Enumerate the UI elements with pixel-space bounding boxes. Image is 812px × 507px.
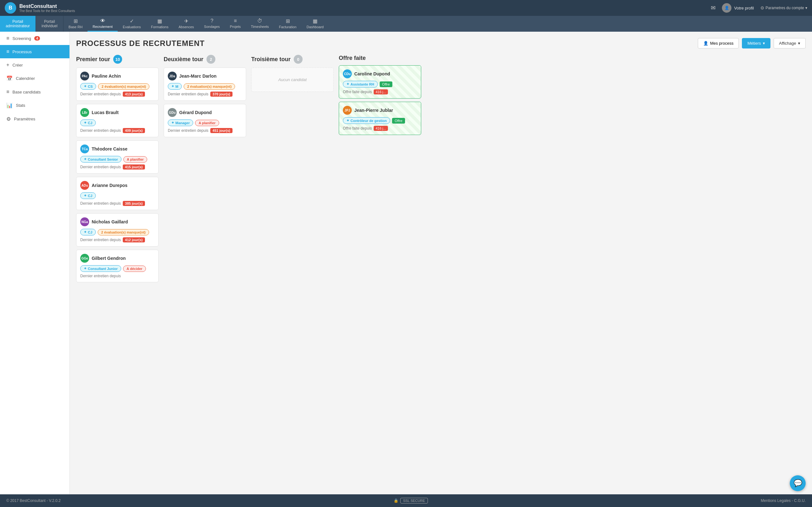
card-pauline-achin[interactable]: PAc Pauline Achin ✦ CS 2 évaluation(s) m… [76, 67, 159, 101]
dashboard-icon: ▦ [313, 18, 317, 24]
nav-formations[interactable]: ▦ Formations [146, 16, 173, 32]
gear-icon: ⚙ [760, 5, 764, 10]
card-nicholas-gaillard[interactable]: NGa Nicholas Gaillard ✦ CJ 2 évaluation(… [76, 213, 159, 246]
portal-admin-tab[interactable]: Portailadministrateur [0, 16, 36, 32]
sondages-icon: ? [211, 18, 213, 24]
sidebar-item-calendrier[interactable]: 📅 Calendrier [0, 72, 69, 85]
candidate-name: Pauline Achin [92, 73, 121, 78]
nav-projets[interactable]: ≡ Projets [225, 16, 246, 32]
mail-icon[interactable]: ✉ [711, 4, 716, 11]
sidebar-item-stats[interactable]: 📊 Stats [0, 99, 69, 112]
card-gilbert-gendron[interactable]: GGe Gilbert Gendron ✦ Consultant Junior … [76, 250, 159, 282]
card-caroline-dupond[interactable]: CDu Caroline Dupond ✦ Assistante RH Offr… [339, 65, 421, 99]
card-arianne-durepos[interactable]: ADu Arianne Durepos ✦ CJ Dernier entreti… [76, 177, 159, 210]
evaluations-icon: ✓ [130, 18, 134, 24]
sidebar-base-candidats-label: Base candidats [12, 90, 41, 95]
profile-area[interactable]: 👤 Votre profil [722, 3, 754, 13]
entretien-label: Dernier entretien depuis [80, 201, 121, 206]
card-name: ADu Arianne Durepos [80, 181, 154, 190]
card-tags: ✦ CS 2 évaluation(s) manque(nt) [80, 83, 154, 90]
lock-icon: 🔒 [394, 498, 398, 503]
nav-facturation[interactable]: ⊞ Facturation [274, 16, 302, 32]
person-icon: 👤 [703, 41, 708, 46]
sidebar-item-parametres[interactable]: ⚙ Paramètres [0, 112, 69, 126]
avatar: CDu [343, 69, 352, 78]
page-actions: 👤 Mes process Métiers ▾ Affichage ▾ [698, 38, 806, 49]
avatar: ADu [80, 181, 89, 190]
card-name: PAc Pauline Achin [80, 72, 154, 80]
offre-days: 416 j... [374, 126, 388, 131]
sidebar-item-screening[interactable]: ≡ Screening 4 [0, 32, 69, 45]
nav-dashboard[interactable]: ▦ Dashboard [302, 16, 329, 32]
tag-icon: ✦ [84, 84, 87, 89]
entretien-label: Dernier entretien depuis [168, 128, 208, 133]
tag-icon: ✦ [84, 230, 87, 234]
card-tags: ✦ Consultant Junior A décider [80, 265, 154, 272]
header-right: ✉ 👤 Votre profil ⚙ Parametres du compte … [711, 3, 807, 13]
nav-projets-label: Projets [230, 25, 241, 29]
candidate-name: Théodore Caisse [92, 147, 128, 152]
chat-button[interactable]: 💬 [790, 475, 806, 491]
card-tags: ✦ CJ [80, 192, 154, 199]
offre-row: Offre faite depuis 416 j... [343, 89, 417, 95]
base-candidats-icon: ≡ [6, 89, 9, 95]
nav-recrutement[interactable]: 👁 Recrutement [88, 16, 118, 32]
candidate-name: Caroline Dupond [354, 71, 390, 76]
timesheets-icon: ⏱ [257, 18, 262, 24]
nav-absences-label: Absences [179, 25, 194, 29]
days-badge: 415 jour(s) [123, 164, 145, 170]
settings-link[interactable]: ⚙ Parametres du compte ▾ [760, 5, 807, 10]
entretien-label: Dernier entretien depuis [80, 92, 121, 96]
screening-badge: 4 [34, 36, 40, 41]
card-jean-marc-darlon[interactable]: JDa Jean-Marc Darlon ✦ M 2 évaluation(s)… [164, 67, 246, 101]
tag-icon: ✦ [346, 118, 349, 123]
tag-icon: ✦ [84, 157, 87, 161]
offre-row: Offre faite depuis 416 j... [343, 126, 417, 131]
chevron-down-icon: ▾ [805, 6, 807, 10]
nav-evaluations[interactable]: ✓ Evaluations [118, 16, 146, 32]
nav-timesheets-label: Timesheets [251, 25, 269, 29]
nav-sondages[interactable]: ? Sondages [199, 16, 225, 32]
sidebar-item-base-candidats[interactable]: ≡ Base candidats [0, 85, 69, 99]
role-tag: ✦ Manager [168, 119, 193, 126]
sidebar-parametres-label: Paramètres [14, 117, 35, 121]
logo-text: BestConsultant The Best Tools for the Be… [19, 3, 75, 13]
nav-timesheets[interactable]: ⏱ Timesheets [246, 16, 274, 32]
nav-base-rh[interactable]: ⊞ Base RH [63, 16, 88, 32]
facturation-icon: ⊞ [286, 18, 290, 24]
logo-area: B BestConsultant The Best Tools for the … [5, 2, 75, 14]
card-jean-pierre-jublar[interactable]: JPJ Jean-Pierre Jublar ✦ Contrôleur de g… [339, 102, 421, 135]
sidebar-item-processus[interactable]: ≡ Processus [0, 45, 69, 58]
card-name: GDu Gérard Dupond [168, 108, 242, 117]
role-tag: ✦ M [168, 83, 182, 90]
footer: © 2017 BestConsultant - V.2.0.2 🔒 SSL SE… [0, 494, 812, 507]
projets-icon: ≡ [234, 18, 237, 24]
metiers-button[interactable]: Métiers ▾ [742, 38, 770, 49]
card-lucas-brault[interactable]: LBr Lucas Brault ✦ CJ Dernier entretien … [76, 104, 159, 137]
affichage-button[interactable]: Affichage ▾ [774, 38, 806, 49]
page-header: PROCESSUS DE RECRUTEMENT 👤 Mes process M… [76, 38, 806, 49]
card-gerard-dupond[interactable]: GDu Gérard Dupond ✦ Manager A planifier … [164, 104, 246, 137]
card-tags: ✦ Contrôleur de gestion Offre [343, 117, 417, 124]
creer-icon: + [6, 62, 9, 68]
tag-icon: ✦ [171, 121, 174, 125]
brand-name: BestConsultant [19, 3, 75, 9]
sidebar-item-creer[interactable]: + Créer [0, 58, 69, 72]
nav-absences[interactable]: ✈ Absences [173, 16, 199, 32]
card-theodore-caisse[interactable]: TCa Théodore Caisse ✦ Consultant Senior … [76, 140, 159, 174]
offre-label: Offre faite depuis [343, 126, 372, 130]
offre-label: Offre faite depuis [343, 90, 372, 94]
nav-sondages-label: Sondages [204, 25, 220, 29]
col-offre-faite: Offre faite CDu Caroline Dupond ✦ Assist… [339, 55, 421, 138]
portal-indiv-tab[interactable]: Portailindividuel [36, 16, 63, 32]
col-troisieme-tour-title: Troisième tour [251, 56, 291, 63]
mes-process-button[interactable]: 👤 Mes process [698, 38, 739, 49]
nav-formations-label: Formations [151, 25, 168, 29]
days-badge: 385 jour(s) [123, 201, 145, 206]
card-tags: ✦ Consultant Senior A planifier [80, 156, 154, 163]
entretien-row: Dernier entretien depuis 413 jour(s) [80, 92, 154, 97]
chevron-affichage-icon: ▾ [798, 41, 800, 46]
processus-icon: ≡ [6, 49, 9, 55]
col-troisieme-tour: Troisième tour 0 Aucun candidat [251, 55, 334, 92]
portal-tabs: Portailadministrateur Portailindividuel [0, 16, 63, 32]
